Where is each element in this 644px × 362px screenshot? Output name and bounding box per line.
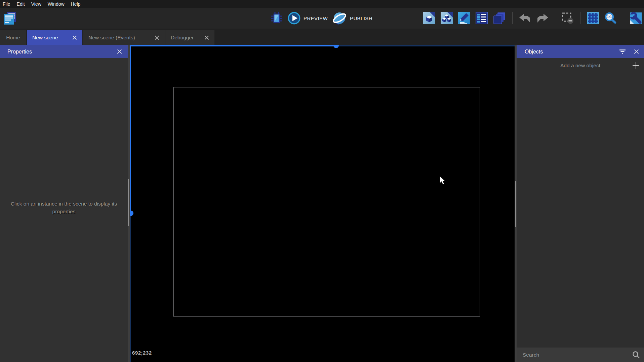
search-input[interactable] [523, 352, 632, 358]
vertical-scrollbar-thumb[interactable] [130, 211, 133, 216]
properties-panel-title: Properties [7, 49, 32, 55]
menu-window[interactable]: Window [48, 1, 65, 7]
horizontal-scrollbar-thumb[interactable] [333, 45, 339, 48]
preview-label: PREVIEW [304, 15, 328, 21]
search-icon[interactable] [632, 351, 640, 359]
gdevelop-window: File Edit View Window Help [0, 0, 644, 362]
splitter-handle [128, 179, 129, 226]
toolbar-separator [623, 12, 623, 24]
add-new-object-label: Add a new object [560, 63, 600, 69]
list-properties-icon[interactable] [476, 12, 488, 24]
scene-editor-canvas[interactable]: 692;232 [130, 45, 515, 362]
tab-home-label: Home [6, 35, 20, 41]
scene-window-frame [173, 87, 480, 317]
menu-edit[interactable]: Edit [17, 1, 25, 7]
properties-panel-header: Properties [0, 45, 128, 58]
tab-new-scene-label: New scene [32, 35, 58, 41]
tab-close-icon[interactable] [204, 35, 209, 40]
cursor-coordinates: 692;232 [132, 350, 152, 356]
svg-text:1:1: 1:1 [607, 15, 612, 19]
scene-cube-page-icon[interactable] [423, 12, 435, 24]
menu-bar: File Edit View Window Help [0, 0, 644, 8]
preview-play-icon [288, 12, 300, 25]
toolbar-separator [580, 12, 580, 24]
properties-panel: Properties Click on an instance in the s… [0, 45, 128, 362]
toolbar-right-group: 1:1 [423, 8, 642, 29]
objects-panel: Objects Add a new object [517, 45, 644, 362]
properties-empty-message: Click on an instance in the scene to dis… [7, 200, 121, 215]
objects-search-bar [517, 348, 644, 362]
horizontal-scrollbar-track[interactable] [130, 45, 335, 46]
filter-icon[interactable] [619, 49, 626, 54]
preview-button[interactable]: PREVIEW [288, 12, 328, 25]
toolbar: PREVIEW PUBLISH [0, 8, 644, 29]
menu-file[interactable]: File [3, 1, 10, 7]
tab-close-icon[interactable] [72, 35, 77, 40]
menu-help[interactable]: Help [71, 1, 81, 7]
horizontal-scrollbar-track[interactable] [335, 45, 515, 46]
publish-globe-icon [332, 11, 347, 26]
project-manager-icon[interactable] [3, 11, 17, 26]
objects-panel-title: Objects [525, 49, 543, 55]
zoom-1-1-icon[interactable]: 1:1 [604, 12, 616, 24]
toolbar-separator [512, 12, 513, 24]
add-new-object-button[interactable]: Add a new object [517, 58, 644, 73]
grid-icon[interactable] [587, 12, 599, 24]
tab-new-scene-events-label: New scene (Events) [88, 35, 135, 41]
tab-new-scene-events[interactable]: New scene (Events) [83, 30, 165, 45]
menu-view[interactable]: View [31, 1, 41, 7]
publish-label: PUBLISH [350, 15, 372, 21]
tab-debugger[interactable]: Debugger [165, 30, 214, 45]
tab-debugger-label: Debugger [171, 35, 194, 41]
wrench-file-icon[interactable] [630, 12, 642, 25]
redo-icon[interactable] [536, 13, 549, 23]
tab-bar: Home New scene New scene (Events) Debugg… [0, 29, 644, 45]
plus-icon[interactable] [632, 62, 640, 69]
tab-home[interactable]: Home [0, 30, 26, 45]
publish-button[interactable]: PUBLISH [332, 11, 372, 26]
close-icon[interactable] [117, 49, 122, 54]
splitter-handle [515, 181, 516, 227]
deselect-icon[interactable] [562, 12, 574, 24]
vertical-scrollbar-track[interactable] [130, 46, 131, 211]
close-icon[interactable] [634, 49, 639, 54]
pencil-edit-icon[interactable] [458, 12, 470, 24]
toolbar-center-group: PREVIEW PUBLISH [270, 8, 372, 29]
undo-icon[interactable] [519, 13, 531, 23]
objects-list-empty-area[interactable] [517, 73, 644, 348]
toolbar-separator [555, 12, 555, 24]
vertical-scrollbar-track[interactable] [130, 211, 131, 362]
debug-icon[interactable] [270, 11, 283, 25]
tab-close-icon[interactable] [155, 35, 159, 40]
tab-new-scene[interactable]: New scene [27, 30, 82, 45]
layers-icon[interactable] [493, 12, 506, 25]
objects-cubes-icon[interactable] [441, 12, 453, 24]
objects-panel-header: Objects [517, 45, 644, 58]
mouse-cursor-icon [440, 176, 446, 186]
main-area: Properties Click on an instance in the s… [0, 45, 644, 362]
